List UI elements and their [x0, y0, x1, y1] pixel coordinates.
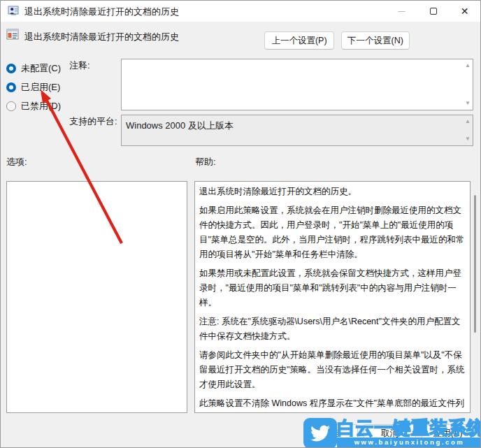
next-setting-button[interactable]: 下一个设置(N): [341, 31, 410, 50]
radio-label: 未配置(C): [21, 62, 61, 75]
platform-textarea: Windows 2000 及以上版本 ▲ ▼: [121, 115, 473, 146]
scroll-up-icon: ▲: [465, 119, 471, 124]
radio-icon[interactable]: [6, 64, 16, 73]
help-paragraph: 请参阅此文件夹中的"从开始菜单删除最近使用的项目菜单"以及"不保留最近打开文档的…: [199, 348, 466, 392]
policy-title: 退出系统时清除最近打开的文档的历史: [24, 31, 179, 43]
close-button[interactable]: ✕: [449, 1, 480, 22]
titlebar: 退出系统时清除最近打开的文档的历史 ─ ✕: [1, 1, 480, 22]
scroll-down-icon[interactable]: ▼: [465, 101, 471, 106]
radio-icon[interactable]: [6, 82, 16, 92]
comment-label: 注释:: [69, 59, 90, 72]
maximize-icon: [430, 8, 437, 15]
comment-textarea[interactable]: ▲ ▼: [121, 59, 473, 110]
maximize-button[interactable]: [417, 1, 449, 22]
twitter-bird-icon: [303, 418, 337, 448]
help-label: 帮助:: [195, 156, 216, 168]
watermark-brand: 白云一键重装系统: [337, 416, 481, 440]
help-paragraph: 注意: 系统在"系统驱动器\Users\用户名\Recent"文件夹的用户配置文…: [199, 315, 466, 344]
options-pane[interactable]: [6, 181, 187, 413]
radio-not-configured[interactable]: 未配置(C): [6, 62, 61, 75]
radio-label: 已启用(E): [21, 81, 60, 94]
minimize-button: ─: [386, 1, 417, 22]
options-label: 选项:: [6, 156, 27, 168]
platform-value: Windows 2000 及以上版本: [126, 120, 234, 132]
scroll-down-icon: ▼: [465, 136, 471, 142]
radio-icon[interactable]: [6, 101, 16, 111]
help-paragraph: 退出系统时清除最近打开的文档的历史。: [199, 185, 466, 199]
radio-disabled[interactable]: 已禁用(D): [6, 100, 61, 113]
help-text[interactable]: 退出系统时清除最近打开的文档的历史。如果启用此策略设置，系统就会在用户注销时删除…: [194, 181, 471, 413]
radio-label: 已禁用(D): [21, 100, 61, 113]
help-scrollbar[interactable]: [474, 195, 476, 333]
radio-enabled[interactable]: 已启用(E): [6, 81, 60, 94]
policy-setting-dialog: 退出系统时清除最近打开的文档的历史 ─ ✕ 退出系统时清除最近打开的文档的历史 …: [0, 0, 481, 448]
scroll-up-icon[interactable]: ▲: [465, 63, 471, 68]
help-paragraph: 如果禁用或未配置此设置，系统就会保留文档快捷方式，这样用户登录时，"最近使用的项…: [199, 266, 466, 310]
caption-controls: ─ ✕: [386, 1, 480, 22]
platform-label: 支持的平台:: [69, 115, 117, 128]
previous-setting-button[interactable]: 上一个设置(P): [264, 31, 334, 50]
app-icon: [8, 5, 20, 19]
policy-setting-icon: [6, 29, 19, 43]
help-paragraph: 此策略设置不清除 Windows 程序显示在"文件"菜单底部的最近文件列表。请参…: [199, 396, 466, 413]
window-title: 退出系统时清除最近打开的文档的历史: [24, 6, 179, 18]
help-paragraph: 如果启用此策略设置，系统就会在用户注销时删除最近使用的文档文件的快捷方式。因此，…: [199, 203, 466, 262]
watermark-url: www.baiyunxitong.com: [337, 438, 481, 447]
